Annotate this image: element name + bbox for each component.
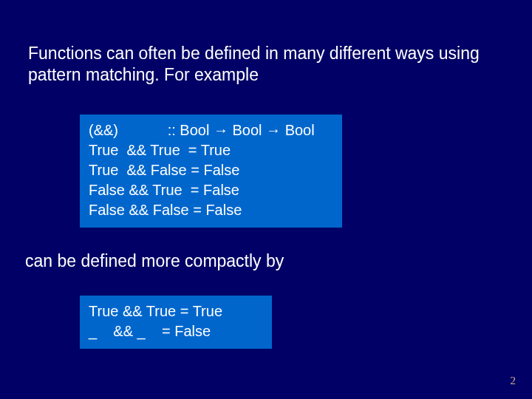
code-block-full-definition: (&&) :: Bool → Bool → Bool True && True … <box>80 115 342 228</box>
code-line: True && False = False <box>89 160 333 180</box>
arrow-icon: → <box>266 122 281 138</box>
arrow-icon: → <box>214 122 228 138</box>
code-line: False && False = False <box>89 200 333 220</box>
middle-text: can be defined more compactly by <box>25 251 498 271</box>
code-line: (&&) :: Bool → Bool → Bool <box>89 120 333 140</box>
intro-text: Functions can often be defined in many d… <box>28 43 501 86</box>
code-line: _ && _ = False <box>89 321 263 341</box>
code-text: Bool <box>281 122 315 138</box>
code-text: (&&) :: Bool <box>89 122 214 138</box>
page-number: 2 <box>511 375 516 387</box>
code-line: True && True = True <box>89 140 333 160</box>
code-line: True && True = True <box>89 301 263 321</box>
code-text: Bool <box>228 122 266 138</box>
code-line: False && True = False <box>89 180 333 200</box>
slide: Functions can often be defined in many d… <box>0 0 532 399</box>
code-block-compact-definition: True && True = True _ && _ = False <box>80 296 272 349</box>
